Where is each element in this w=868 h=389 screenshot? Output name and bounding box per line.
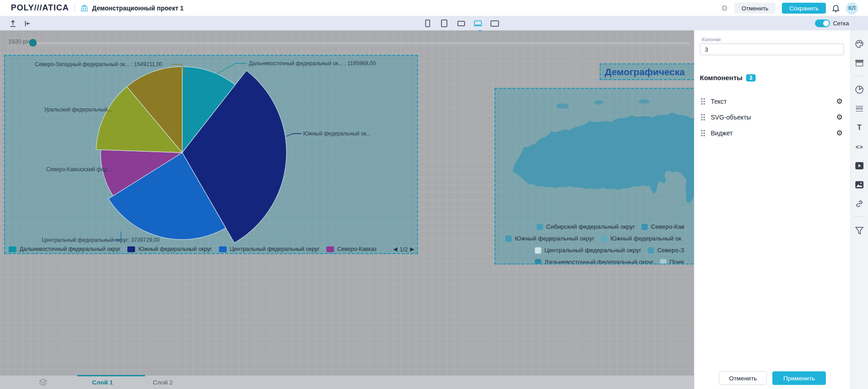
pie-slice-skfo	[101, 150, 182, 196]
pie-slices[interactable]	[96, 67, 286, 243]
layers-icon[interactable]	[39, 378, 48, 386]
map-legend-item[interactable]: Сибирский федеральный округ	[537, 223, 635, 230]
drag-handle-icon[interactable]	[701, 130, 705, 137]
device-size-switcher	[422, 16, 499, 30]
layers-bar: Слой 1 Слой 2	[0, 375, 694, 389]
video-icon[interactable]	[854, 160, 865, 171]
columns-input[interactable]	[700, 43, 844, 55]
canvas-width-slider-knob[interactable]	[29, 39, 37, 47]
pie-slice-cfo	[108, 153, 226, 240]
grid-toggle[interactable]	[815, 19, 830, 27]
link-icon[interactable]	[854, 198, 865, 209]
pie-chart-icon[interactable]	[854, 84, 865, 95]
layer-tab-1[interactable]: Слой 1	[92, 375, 113, 389]
map-legend-row: Сибирский федеральный округ Северо-Кав	[537, 223, 684, 230]
map-legend-row: Южный федеральный округ Южный федеральны…	[505, 235, 681, 242]
component-label: Виджет	[711, 130, 732, 137]
device-desktop-icon[interactable]	[490, 19, 499, 29]
legend-page-label: 1/2	[400, 246, 408, 253]
canvas-width-slider-track[interactable]	[28, 42, 690, 44]
pie-slice-dfo	[182, 67, 235, 153]
component-gear-icon[interactable]: ⚙	[836, 98, 843, 105]
component-row-widget[interactable]: Виджет ⚙	[694, 127, 851, 139]
russia-map[interactable]	[508, 92, 726, 219]
filter-icon[interactable]	[854, 225, 865, 236]
map-legend-row: Центральный федеральный округ Северо-З	[535, 247, 684, 254]
svg-object-icon[interactable]: SVG	[854, 103, 865, 114]
pie-legend-item[interactable]: Северо-Кавказ	[326, 246, 377, 252]
map-legend-item[interactable]: Южный федеральный округ	[505, 235, 595, 242]
arrow-to-bar-icon[interactable]	[22, 18, 33, 29]
component-row-text[interactable]: Текст ⚙	[694, 95, 851, 108]
pie-callout-dfo: Дальневосточный федеральный ок... : 1195…	[249, 60, 376, 67]
map-legend-item[interactable]: Центральный федеральный округ	[535, 247, 641, 254]
grid-toggle-knob	[823, 20, 829, 26]
device-tablet-portrait-icon[interactable]	[439, 19, 449, 29]
pie-legend-pager: ◀ 1/2 ▶	[393, 245, 414, 254]
dashboard-title-text: Демографическа	[605, 67, 685, 77]
canvas-width-label: 1920 px	[8, 38, 29, 45]
pie-slice-szfo	[127, 67, 182, 153]
settings-gear-icon[interactable]: ⚙	[721, 5, 728, 12]
header-cancel-button[interactable]: Отменить	[734, 3, 776, 14]
device-tablet-landscape-icon[interactable]	[456, 19, 466, 29]
toolbar-divider	[854, 216, 865, 217]
pie-callout-cfo: Центральный федеральный округ: 3739729,0…	[42, 237, 160, 243]
map-legend-item[interactable]: Прив	[660, 259, 684, 264]
active-device-indicator	[479, 29, 481, 31]
pie-slice-yufo	[182, 71, 286, 243]
pie-chart-widget[interactable]: Северо-Западный федеральный ок... : 1549…	[4, 55, 418, 254]
pie-callout-leaders	[113, 63, 301, 240]
project-title: Демонстрационный проект 1	[92, 5, 184, 12]
grid-toggle-label: Сетка	[833, 20, 849, 27]
archive-box-icon[interactable]	[854, 58, 865, 68]
map-legend-row: Дальневосточный федеральный округ Прив	[535, 259, 684, 264]
pie-legend-item[interactable]: Дальневосточный федеральный округ	[9, 246, 121, 252]
palette-icon[interactable]	[854, 38, 865, 49]
device-laptop-icon-active[interactable]	[473, 19, 483, 29]
header-save-button[interactable]: Сохранить	[782, 3, 826, 14]
bank-icon	[80, 5, 88, 12]
editor-toolbar: Сетка	[0, 16, 868, 30]
map-legend-item[interactable]: Северо-Кав	[641, 223, 684, 230]
pie-callout-ufo: Уральский федеральный...	[44, 106, 112, 113]
map-legend-item[interactable]: Южный федеральный ок	[601, 235, 682, 242]
app-header: POLY///ATICA Демонстрационный проект 1 ⚙…	[0, 0, 868, 16]
pie-legend-item[interactable]: Центральный федеральный округ	[219, 246, 320, 252]
components-heading: Компоненты 3	[700, 74, 756, 82]
map-legend-item[interactable]: Северо-З	[648, 247, 684, 254]
component-label: Текст	[711, 98, 727, 105]
pie-legend-item[interactable]: Южный федеральный округ	[127, 246, 212, 252]
legend-next-icon[interactable]: ▶	[410, 246, 414, 252]
pie-callout-szfo: Северо-Западный федеральный ок... : 1549…	[35, 61, 162, 67]
code-icon[interactable]: <>	[854, 141, 865, 152]
toolbar-divider	[854, 76, 865, 76]
header-divider	[74, 4, 75, 13]
pie-slice-ufo	[96, 86, 182, 153]
text-icon[interactable]: T	[854, 122, 865, 133]
columns-label: Колонки	[702, 37, 721, 42]
device-phone-icon[interactable]	[422, 19, 432, 29]
map-legend-item[interactable]: Дальневосточный федеральный округ	[535, 259, 654, 264]
layer-tab-2[interactable]: Слой 2	[153, 375, 173, 389]
pie-callout-yufo: Южный федеральный ок...	[303, 130, 371, 137]
upload-icon[interactable]	[7, 18, 18, 29]
drag-handle-icon[interactable]	[701, 98, 705, 105]
component-gear-icon[interactable]: ⚙	[836, 114, 843, 121]
drag-handle-icon[interactable]	[701, 114, 705, 121]
dashboard-title-element[interactable]: Демографическа	[600, 63, 708, 80]
component-gear-icon[interactable]: ⚙	[836, 130, 843, 137]
image-icon[interactable]	[854, 179, 865, 190]
component-row-svg[interactable]: SVG-объекты ⚙	[694, 111, 851, 124]
pie-chart	[5, 56, 418, 254]
pie-legend: Дальневосточный федеральный округ Южный …	[9, 245, 388, 254]
panel-cancel-button[interactable]: Отменить	[719, 371, 767, 385]
pie-callout-skfo: Северо-Кавказский фед...	[46, 166, 112, 173]
panel-apply-button[interactable]: Применить	[772, 371, 826, 385]
user-avatar[interactable]: КЛ	[846, 2, 858, 14]
component-label: SVG-объекты	[711, 114, 751, 121]
components-count-badge: 3	[746, 74, 756, 82]
settings-panel: Колонки Компоненты 3 Текст ⚙ SVG-объекты…	[694, 30, 850, 389]
legend-prev-icon[interactable]: ◀	[393, 246, 397, 252]
bell-icon[interactable]	[832, 5, 839, 12]
